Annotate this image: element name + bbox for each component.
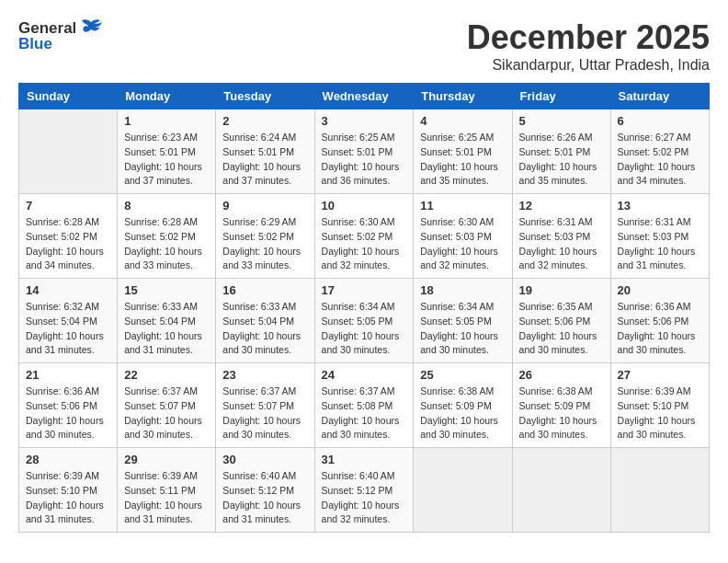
week-row-4: 21Sunrise: 6:36 AM Sunset: 5:06 PM Dayli… <box>19 363 710 448</box>
day-cell: 2Sunrise: 6:24 AM Sunset: 5:01 PM Daylig… <box>216 109 314 194</box>
day-number: 10 <box>322 199 407 213</box>
logo-blue: Blue <box>18 35 52 53</box>
day-number: 5 <box>519 114 604 128</box>
day-info: Sunrise: 6:24 AM Sunset: 5:01 PM Dayligh… <box>222 131 307 189</box>
day-number: 30 <box>222 453 307 466</box>
day-number: 21 <box>26 368 110 382</box>
logo-bird-icon <box>78 18 104 39</box>
day-number: 6 <box>618 114 702 128</box>
day-info: Sunrise: 6:23 AM Sunset: 5:01 PM Dayligh… <box>124 131 209 189</box>
day-number: 22 <box>124 368 209 382</box>
header-monday: Monday <box>118 84 216 109</box>
day-number: 31 <box>322 453 407 466</box>
week-row-2: 7Sunrise: 6:28 AM Sunset: 5:02 PM Daylig… <box>19 194 710 279</box>
day-info: Sunrise: 6:30 AM Sunset: 5:03 PM Dayligh… <box>420 215 505 273</box>
day-number: 4 <box>420 114 505 128</box>
day-info: Sunrise: 6:28 AM Sunset: 5:02 PM Dayligh… <box>124 215 209 273</box>
day-info: Sunrise: 6:25 AM Sunset: 5:01 PM Dayligh… <box>420 131 505 189</box>
day-cell: 7Sunrise: 6:28 AM Sunset: 5:02 PM Daylig… <box>19 194 118 279</box>
day-cell: 18Sunrise: 6:34 AM Sunset: 5:05 PM Dayli… <box>414 279 512 363</box>
day-cell: 4Sunrise: 6:25 AM Sunset: 5:01 PM Daylig… <box>414 109 512 194</box>
day-info: Sunrise: 6:31 AM Sunset: 5:03 PM Dayligh… <box>618 215 702 273</box>
day-number: 7 <box>26 199 110 213</box>
day-number: 24 <box>322 368 407 382</box>
day-cell: 27Sunrise: 6:39 AM Sunset: 5:10 PM Dayli… <box>610 363 709 448</box>
day-cell: 23Sunrise: 6:37 AM Sunset: 5:07 PM Dayli… <box>216 363 314 448</box>
day-cell: 31Sunrise: 6:40 AM Sunset: 5:12 PM Dayli… <box>314 448 414 533</box>
day-number: 27 <box>618 368 702 382</box>
day-number: 14 <box>26 283 110 297</box>
day-info: Sunrise: 6:30 AM Sunset: 5:02 PM Dayligh… <box>322 215 407 273</box>
day-cell: 19Sunrise: 6:35 AM Sunset: 5:06 PM Dayli… <box>512 279 610 363</box>
day-cell: 3Sunrise: 6:25 AM Sunset: 5:01 PM Daylig… <box>314 109 414 194</box>
day-cell: 9Sunrise: 6:29 AM Sunset: 5:02 PM Daylig… <box>216 194 314 279</box>
header-tuesday: Tuesday <box>216 84 314 109</box>
day-cell: 15Sunrise: 6:33 AM Sunset: 5:04 PM Dayli… <box>118 279 216 363</box>
week-row-1: 1Sunrise: 6:23 AM Sunset: 5:01 PM Daylig… <box>19 109 710 194</box>
day-info: Sunrise: 6:36 AM Sunset: 5:06 PM Dayligh… <box>26 385 110 442</box>
day-cell: 26Sunrise: 6:38 AM Sunset: 5:09 PM Dayli… <box>512 363 610 448</box>
week-row-5: 28Sunrise: 6:39 AM Sunset: 5:10 PM Dayli… <box>19 448 710 533</box>
day-number: 23 <box>222 368 307 382</box>
day-info: Sunrise: 6:28 AM Sunset: 5:02 PM Dayligh… <box>26 215 110 273</box>
day-number: 9 <box>222 199 307 213</box>
header-sunday: Sunday <box>19 84 118 109</box>
day-cell: 25Sunrise: 6:38 AM Sunset: 5:09 PM Dayli… <box>414 363 512 448</box>
day-cell: 14Sunrise: 6:32 AM Sunset: 5:04 PM Dayli… <box>19 279 118 363</box>
day-number: 19 <box>519 283 604 297</box>
day-cell: 5Sunrise: 6:26 AM Sunset: 5:01 PM Daylig… <box>512 109 610 194</box>
header-friday: Friday <box>512 84 610 109</box>
day-number: 25 <box>420 368 505 382</box>
day-number: 2 <box>222 114 307 128</box>
day-info: Sunrise: 6:36 AM Sunset: 5:06 PM Dayligh… <box>618 300 702 358</box>
day-info: Sunrise: 6:27 AM Sunset: 5:02 PM Dayligh… <box>618 131 702 189</box>
header-saturday: Saturday <box>610 84 709 109</box>
day-number: 12 <box>519 199 604 213</box>
day-info: Sunrise: 6:40 AM Sunset: 5:12 PM Dayligh… <box>322 469 407 527</box>
day-cell: 24Sunrise: 6:37 AM Sunset: 5:08 PM Dayli… <box>314 363 414 448</box>
day-number: 3 <box>322 114 407 128</box>
day-info: Sunrise: 6:37 AM Sunset: 5:08 PM Dayligh… <box>322 385 407 442</box>
day-number: 15 <box>124 283 209 297</box>
day-number: 26 <box>519 368 604 382</box>
day-cell <box>610 448 709 533</box>
day-info: Sunrise: 6:38 AM Sunset: 5:09 PM Dayligh… <box>420 385 505 442</box>
day-number: 11 <box>420 199 505 213</box>
day-info: Sunrise: 6:38 AM Sunset: 5:09 PM Dayligh… <box>519 385 604 442</box>
day-info: Sunrise: 6:39 AM Sunset: 5:11 PM Dayligh… <box>124 469 209 527</box>
day-info: Sunrise: 6:40 AM Sunset: 5:12 PM Dayligh… <box>222 469 307 527</box>
location-title: Sikandarpur, Uttar Pradesh, India <box>467 57 710 74</box>
day-cell: 12Sunrise: 6:31 AM Sunset: 5:03 PM Dayli… <box>512 194 610 279</box>
day-cell: 30Sunrise: 6:40 AM Sunset: 5:12 PM Dayli… <box>216 448 314 533</box>
day-info: Sunrise: 6:35 AM Sunset: 5:06 PM Dayligh… <box>519 300 604 358</box>
day-info: Sunrise: 6:39 AM Sunset: 5:10 PM Dayligh… <box>618 385 702 442</box>
day-info: Sunrise: 6:39 AM Sunset: 5:10 PM Dayligh… <box>26 469 110 527</box>
logo: General Blue <box>18 18 104 53</box>
day-cell <box>414 448 512 533</box>
day-cell <box>19 109 118 194</box>
calendar-header-row: SundayMondayTuesdayWednesdayThursdayFrid… <box>19 84 710 109</box>
day-number: 1 <box>124 114 209 128</box>
day-info: Sunrise: 6:32 AM Sunset: 5:04 PM Dayligh… <box>26 300 110 358</box>
header-wednesday: Wednesday <box>314 84 414 109</box>
day-number: 13 <box>618 199 702 213</box>
day-number: 17 <box>322 283 407 297</box>
day-info: Sunrise: 6:37 AM Sunset: 5:07 PM Dayligh… <box>124 385 209 442</box>
day-cell: 10Sunrise: 6:30 AM Sunset: 5:02 PM Dayli… <box>314 194 414 279</box>
day-number: 18 <box>420 283 505 297</box>
day-info: Sunrise: 6:29 AM Sunset: 5:02 PM Dayligh… <box>222 215 307 273</box>
day-cell: 21Sunrise: 6:36 AM Sunset: 5:06 PM Dayli… <box>19 363 118 448</box>
header-thursday: Thursday <box>414 84 512 109</box>
day-info: Sunrise: 6:34 AM Sunset: 5:05 PM Dayligh… <box>420 300 505 358</box>
day-info: Sunrise: 6:33 AM Sunset: 5:04 PM Dayligh… <box>124 300 209 358</box>
day-number: 28 <box>26 453 110 466</box>
day-cell: 11Sunrise: 6:30 AM Sunset: 5:03 PM Dayli… <box>414 194 512 279</box>
day-info: Sunrise: 6:37 AM Sunset: 5:07 PM Dayligh… <box>222 385 307 442</box>
day-info: Sunrise: 6:26 AM Sunset: 5:01 PM Dayligh… <box>519 131 604 189</box>
day-info: Sunrise: 6:25 AM Sunset: 5:01 PM Dayligh… <box>322 131 407 189</box>
day-cell: 29Sunrise: 6:39 AM Sunset: 5:11 PM Dayli… <box>118 448 216 533</box>
day-cell <box>512 448 610 533</box>
day-cell: 20Sunrise: 6:36 AM Sunset: 5:06 PM Dayli… <box>610 279 709 363</box>
day-cell: 22Sunrise: 6:37 AM Sunset: 5:07 PM Dayli… <box>118 363 216 448</box>
day-info: Sunrise: 6:34 AM Sunset: 5:05 PM Dayligh… <box>322 300 407 358</box>
